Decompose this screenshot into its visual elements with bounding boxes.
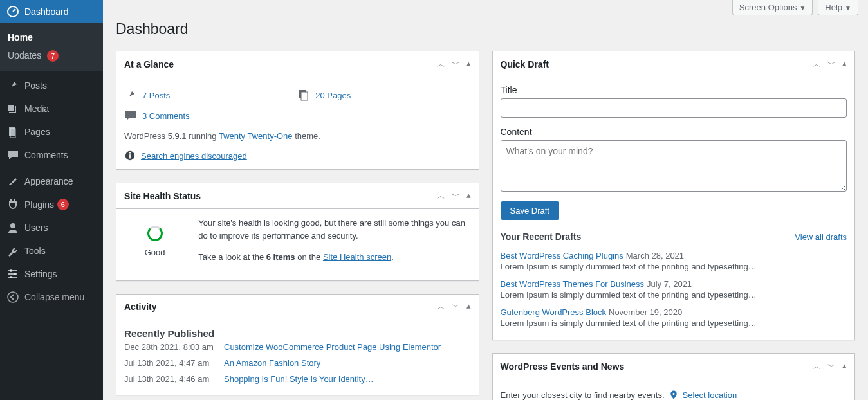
glance-pages: 20 Pages [297, 85, 470, 105]
sidebar-item-comments[interactable]: Comments [0, 143, 103, 167]
draft-link[interactable]: Gutenberg WordPress Block [501, 307, 607, 317]
move-down-icon[interactable]: ﹀ [452, 59, 460, 70]
brush-icon [6, 175, 19, 188]
collapse-icon [6, 291, 19, 304]
screen-options-button[interactable]: Screen Options▼ [732, 0, 813, 15]
move-up-icon[interactable]: ︿ [813, 361, 821, 372]
activity-link[interactable]: Customize WooCommerce Product Page Using… [224, 342, 441, 352]
sidebar-item-collapse[interactable]: Collapse menu [0, 286, 103, 309]
sidebar-item-media[interactable]: Media [0, 97, 103, 120]
sidebar-label: Dashboard [24, 6, 69, 17]
toggle-icon[interactable]: ▴ [466, 59, 471, 70]
posts-link[interactable]: 7 Posts [142, 91, 170, 100]
user-icon [6, 221, 19, 234]
events-news-box: WordPress Events and News ︿ ﹀ ▴ Enter yo… [492, 353, 856, 400]
plugins-badge: 6 [57, 199, 69, 210]
theme-link[interactable]: Twenty Twenty-One [219, 131, 293, 141]
glance-comments: 3 Comments [124, 105, 297, 126]
svg-point-7 [10, 276, 12, 278]
box-controls: ︿ ﹀ ▴ [437, 59, 471, 70]
move-down-icon[interactable]: ﹀ [827, 59, 836, 70]
site-health-link[interactable]: Site Health screen [323, 252, 391, 262]
box-title: WordPress Events and News [501, 361, 625, 372]
at-a-glance-box: At a Glance ︿ ﹀ ▴ 7 Posts [116, 51, 479, 170]
wrench-icon [6, 244, 19, 257]
activity-row: Jul 13th 2021, 4:47 am An Amazon Fashion… [124, 355, 471, 371]
toggle-icon[interactable]: ▴ [466, 301, 471, 313]
box-title: At a Glance [124, 59, 174, 69]
events-city-text: Enter your closest city to find nearby e… [501, 390, 665, 400]
pin-icon [124, 89, 137, 102]
quick-draft-box: Quick Draft ︿ ﹀ ▴ Title Content Save Dra… [492, 51, 856, 340]
sidebar-item-appearance[interactable]: Appearance [0, 170, 103, 193]
updates-badge: 7 [47, 50, 59, 62]
toggle-icon[interactable]: ▴ [842, 361, 847, 372]
move-down-icon[interactable]: ﹀ [452, 301, 460, 313]
move-up-icon[interactable]: ︿ [437, 301, 445, 313]
move-up-icon[interactable]: ︿ [813, 59, 821, 70]
move-down-icon[interactable]: ﹀ [827, 361, 836, 372]
activity-row: Jul 13th 2021, 4:46 am Shopping Is Fun! … [124, 371, 471, 387]
media-icon [6, 102, 19, 115]
activity-row: Dec 28th 2021, 8:03 am Customize WooComm… [124, 339, 471, 355]
svg-point-13 [129, 152, 131, 153]
box-title: Site Health Status [124, 191, 201, 201]
sidebar-item-dashboard[interactable]: Dashboard [0, 0, 103, 23]
draft-link[interactable]: Best WordPress Themes For Business [501, 279, 645, 289]
comment-icon [6, 149, 19, 161]
comment-icon [124, 109, 137, 122]
move-up-icon[interactable]: ︿ [437, 59, 445, 70]
move-up-icon[interactable]: ︿ [437, 190, 445, 202]
box-title: Quick Draft [501, 59, 549, 69]
select-location-link[interactable]: Select location [683, 390, 737, 400]
toggle-icon[interactable]: ▴ [842, 59, 847, 70]
svg-rect-10 [301, 92, 308, 100]
health-indicator: Good [124, 217, 185, 257]
move-down-icon[interactable]: ﹀ [452, 190, 460, 202]
pin-icon [6, 79, 19, 92]
page-icon [297, 89, 310, 102]
svg-point-5 [10, 269, 12, 272]
draft-item: Best WordPress Caching PluginsMarch 28, … [501, 247, 847, 275]
health-description: Your site's health is looking good, but … [198, 217, 470, 242]
activity-link[interactable]: Shopping Is Fun! Style Is Your Identity… [224, 374, 374, 384]
dashboard-submenu: Home Updates 7 [0, 23, 103, 71]
pages-link[interactable]: 20 Pages [315, 91, 351, 100]
save-draft-button[interactable]: Save Draft [501, 201, 559, 220]
draft-link[interactable]: Best WordPress Caching Plugins [501, 251, 623, 260]
draft-title-input[interactable] [501, 98, 847, 118]
wp-version: WordPress 5.9.1 running Twenty Twenty-On… [124, 131, 471, 141]
search-discouraged-link[interactable]: Search engines discouraged [141, 151, 247, 161]
sidebar-item-posts[interactable]: Posts [0, 74, 103, 97]
submenu-home[interactable]: Home [0, 28, 103, 46]
sidebar-item-users[interactable]: Users [0, 216, 103, 239]
sidebar-item-plugins[interactable]: Plugins 6 [0, 193, 103, 216]
dashboard-icon [6, 5, 19, 18]
sidebar-item-tools[interactable]: Tools [0, 239, 103, 262]
glance-posts: 7 Posts [124, 85, 297, 105]
caret-down-icon: ▼ [845, 5, 851, 12]
svg-point-6 [14, 273, 16, 275]
draft-content-textarea[interactable] [501, 140, 847, 192]
view-all-drafts-link[interactable]: View all drafts [795, 232, 847, 242]
sliders-icon [6, 268, 19, 280]
sidebar-item-settings[interactable]: Settings [0, 262, 103, 286]
svg-rect-12 [129, 154, 131, 158]
title-label: Title [501, 85, 847, 95]
sidebar-item-pages[interactable]: Pages [0, 120, 103, 143]
site-health-box: Site Health Status ︿ ﹀ ▴ Good Your site'… [116, 183, 479, 281]
svg-point-8 [8, 292, 18, 302]
info-icon [124, 150, 136, 161]
health-items-text: Take a look at the 6 items on the Site H… [198, 251, 470, 264]
page-icon [6, 125, 19, 138]
help-button[interactable]: Help▼ [818, 0, 858, 15]
submenu-updates[interactable]: Updates 7 [0, 46, 103, 66]
activity-box: Activity ︿ ﹀ ▴ Recently Published Dec 28… [116, 294, 479, 395]
svg-rect-1 [8, 105, 14, 111]
toggle-icon[interactable]: ▴ [466, 190, 471, 202]
svg-point-4 [10, 223, 15, 228]
page-title: Dashboard [116, 21, 855, 38]
comments-link[interactable]: 3 Comments [142, 111, 190, 121]
caret-down-icon: ▼ [799, 5, 806, 12]
activity-link[interactable]: An Amazon Fashion Story [224, 358, 320, 368]
